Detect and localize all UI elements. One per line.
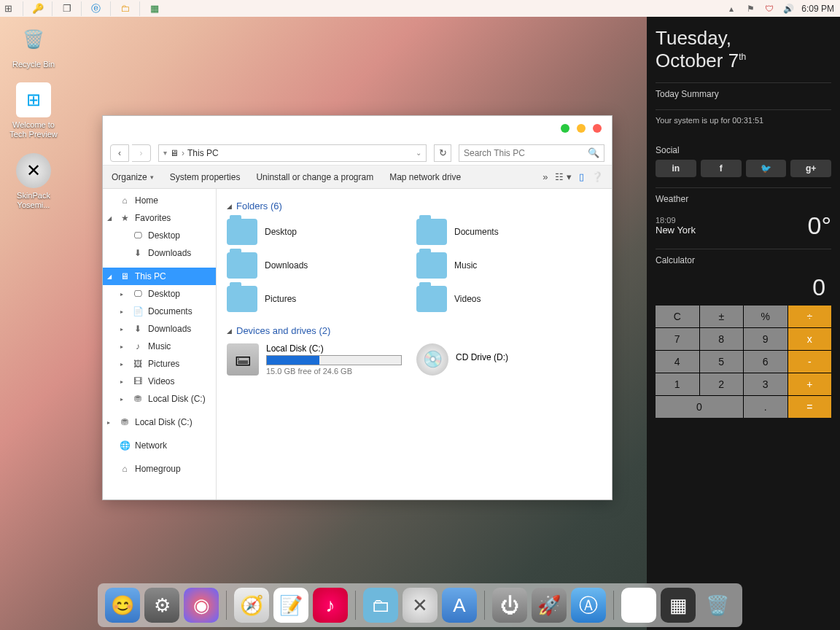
twitter-button[interactable]: 🐦 bbox=[746, 160, 787, 177]
drive-cd-d[interactable]: 💿 CD Drive (D:) bbox=[416, 343, 599, 376]
linkedin-button[interactable]: in bbox=[656, 160, 696, 177]
calc-key-3[interactable]: 3 bbox=[744, 373, 788, 395]
overflow-button[interactable]: » bbox=[542, 171, 548, 182]
sidebar-item-pc-music[interactable]: ▸♪Music bbox=[103, 338, 216, 355]
dock-appstore[interactable]: A bbox=[442, 588, 477, 623]
sidebar-item-localdisk2[interactable]: ▸⛃Local Disk (C:) bbox=[103, 413, 216, 431]
search-input[interactable] bbox=[464, 148, 588, 158]
maximize-button[interactable] bbox=[577, 124, 586, 133]
flag-icon[interactable]: ⚑ bbox=[744, 3, 756, 15]
calc-key-±[interactable]: ± bbox=[700, 306, 744, 327]
facebook-button[interactable]: f bbox=[701, 160, 742, 177]
calc-key-1[interactable]: 1 bbox=[656, 373, 699, 395]
calc-key-4[interactable]: 4 bbox=[656, 351, 699, 373]
sidebar-item-pc-documents[interactable]: ▸📄Documents bbox=[103, 303, 216, 320]
volume-icon[interactable]: 🔊 bbox=[782, 3, 794, 15]
chevron-down-icon[interactable]: ⌄ bbox=[416, 149, 421, 157]
dock-osx[interactable]: ✕ bbox=[402, 588, 438, 623]
calc-key-%[interactable]: % bbox=[744, 306, 788, 327]
expand-icon[interactable]: ▸ bbox=[120, 326, 123, 332]
drive-local-c[interactable]: 🖴 Local Disk (C:) 15.0 GB free of 24.6 G… bbox=[227, 343, 409, 376]
dock-widgets[interactable]: ▦ bbox=[661, 588, 696, 623]
expand-icon[interactable]: ▸ bbox=[120, 308, 123, 315]
folder-music[interactable]: Music bbox=[416, 252, 599, 279]
dock-trash[interactable]: 🗑️ bbox=[700, 588, 735, 623]
dock-launchpad[interactable]: 🚀 bbox=[532, 588, 567, 623]
dock-notes[interactable]: 📝 bbox=[273, 588, 308, 623]
dock-appstore2[interactable]: Ⓐ bbox=[571, 588, 606, 623]
sidebar-item-fav-downloads[interactable]: ⬇Downloads bbox=[103, 244, 216, 262]
calc-key-C[interactable]: C bbox=[656, 306, 699, 327]
excel-icon[interactable]: ▦ bbox=[149, 1, 169, 16]
preview-pane-icon[interactable]: ▯ bbox=[579, 171, 584, 182]
start-button[interactable]: ⊞ bbox=[3, 1, 23, 16]
dock-gamecenter[interactable]: ◉ bbox=[184, 588, 219, 623]
expand-icon[interactable]: ▸ bbox=[120, 361, 123, 368]
explorer-taskbar-icon[interactable]: 🗀 bbox=[120, 1, 140, 16]
calc-key-.[interactable]: . bbox=[744, 396, 788, 418]
sidebar-item-favorites[interactable]: ◢★Favorites bbox=[103, 209, 216, 227]
dock-settings[interactable]: ⚙ bbox=[144, 588, 179, 623]
sidebar-item-pc-desktop[interactable]: ▸🖵Desktop bbox=[103, 285, 216, 303]
sidebar-item-homegroup[interactable]: ⌂Homegroup bbox=[103, 460, 216, 478]
calc-key-6[interactable]: 6 bbox=[744, 351, 788, 373]
breadcrumb[interactable]: ▾ 🖥 › This PC ⌄ bbox=[158, 144, 427, 162]
view-options-icon[interactable]: ☷ ▾ bbox=[555, 171, 572, 182]
expand-icon[interactable]: ▸ bbox=[120, 396, 123, 402]
clock[interactable]: 6:09 PM bbox=[801, 4, 837, 14]
taskview-icon[interactable]: ❐ bbox=[61, 1, 82, 16]
calc-key-=[interactable]: = bbox=[788, 396, 832, 418]
calc-key-÷[interactable]: ÷ bbox=[788, 306, 832, 327]
calc-key-9[interactable]: 9 bbox=[744, 328, 788, 350]
collapse-icon[interactable]: ◢ bbox=[107, 273, 112, 280]
folders-group-header[interactable]: ◢Folders (6) bbox=[227, 201, 602, 211]
sidebar-item-thispc[interactable]: ◢🖥This PC bbox=[103, 268, 216, 285]
folder-desktop[interactable]: Desktop bbox=[227, 219, 409, 245]
collapse-icon[interactable]: ◢ bbox=[107, 215, 112, 222]
desktop-icon-recyclebin[interactable]: 🗑️ Recycle Bin bbox=[6, 22, 61, 69]
titlebar[interactable] bbox=[103, 116, 612, 141]
dock-power[interactable]: ⏻ bbox=[492, 588, 527, 623]
dock-safari[interactable]: 🧭 bbox=[234, 588, 269, 623]
expand-icon[interactable]: ▸ bbox=[120, 291, 123, 298]
minimize-button[interactable] bbox=[561, 124, 569, 133]
expand-icon[interactable]: ▸ bbox=[120, 343, 123, 350]
calc-key--[interactable]: - bbox=[788, 351, 832, 373]
sidebar-item-home[interactable]: ⌂Home bbox=[103, 192, 216, 209]
sidebar-item-pc-downloads[interactable]: ▸⬇Downloads bbox=[103, 320, 216, 338]
refresh-button[interactable]: ↻ bbox=[434, 144, 451, 162]
calc-key-2[interactable]: 2 bbox=[700, 373, 744, 395]
folder-videos[interactable]: Videos bbox=[416, 286, 599, 312]
tray-chevron-icon[interactable]: ▴ bbox=[726, 3, 737, 15]
back-button[interactable]: ‹ bbox=[110, 144, 129, 162]
ie-icon[interactable]: ⓔ bbox=[90, 1, 111, 16]
folder-documents[interactable]: Documents bbox=[416, 219, 599, 245]
organize-button[interactable]: Organize ▾ bbox=[112, 172, 154, 182]
sidebar-item-pc-localdisk[interactable]: ▸⛃Local Disk (C:) bbox=[103, 390, 216, 408]
calc-key-+[interactable]: + bbox=[788, 373, 832, 395]
security-icon[interactable]: 🛡 bbox=[763, 3, 775, 15]
search-box[interactable]: 🔍 bbox=[459, 144, 604, 162]
dock-folder[interactable]: 🗀 bbox=[363, 588, 398, 623]
dock-itunes[interactable]: ♪ bbox=[313, 588, 348, 623]
help-icon[interactable]: ❔ bbox=[591, 171, 603, 182]
expand-icon[interactable]: ▸ bbox=[107, 419, 110, 426]
calc-key-7[interactable]: 7 bbox=[656, 328, 699, 350]
calc-key-x[interactable]: x bbox=[788, 328, 832, 350]
forward-button[interactable]: › bbox=[132, 144, 151, 162]
gplus-button[interactable]: g+ bbox=[790, 160, 831, 177]
desktop-icon-welcome[interactable]: ⊞ Welcome to Tech Preview bbox=[6, 82, 61, 139]
system-properties-button[interactable]: System properties bbox=[170, 172, 241, 182]
dock-finder[interactable]: 😊 bbox=[105, 588, 140, 623]
expand-icon[interactable]: ▸ bbox=[120, 378, 123, 385]
close-button[interactable] bbox=[593, 124, 602, 133]
uninstall-button[interactable]: Uninstall or change a program bbox=[256, 172, 373, 182]
sidebar-item-pc-videos[interactable]: ▸🎞Videos bbox=[103, 373, 216, 390]
sidebar-item-fav-desktop[interactable]: 🖵Desktop bbox=[103, 227, 216, 244]
search-icon[interactable]: 🔑 bbox=[32, 1, 52, 16]
calc-key-8[interactable]: 8 bbox=[700, 328, 744, 350]
calc-key-5[interactable]: 5 bbox=[700, 351, 744, 373]
map-drive-button[interactable]: Map network drive bbox=[389, 172, 461, 182]
sidebar-item-network[interactable]: 🌐Network bbox=[103, 437, 216, 454]
drives-group-header[interactable]: ◢Devices and drives (2) bbox=[227, 325, 602, 336]
